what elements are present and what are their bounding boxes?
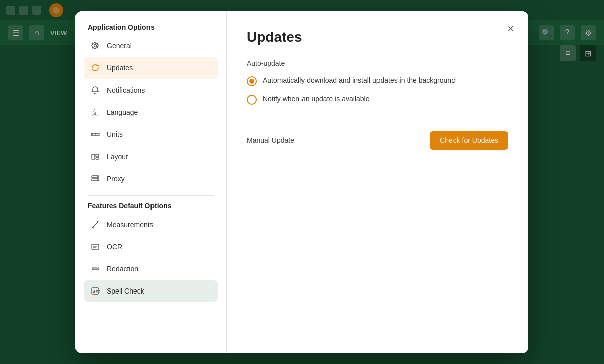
radio-notify-label: Notify when an update is available — [263, 94, 369, 104]
server-icon — [90, 173, 101, 184]
svg-point-13 — [97, 179, 98, 180]
svg-rect-9 — [96, 158, 99, 159]
settings-modal: Application Options General — [76, 11, 528, 353]
measurements-icon — [90, 219, 101, 230]
svg-rect-2 — [91, 133, 99, 136]
gear-icon — [90, 40, 101, 51]
ocr-label: OCR — [107, 243, 122, 251]
translate-icon: 文 — [90, 107, 101, 118]
svg-rect-7 — [92, 154, 95, 159]
updates-label: Updates — [107, 64, 133, 72]
radio-auto-label: Automatically download and install updat… — [263, 76, 456, 86]
page-title: Updates — [247, 29, 508, 45]
svg-text:文: 文 — [92, 109, 98, 116]
layout-label: Layout — [107, 153, 128, 161]
refresh-icon — [90, 62, 101, 74]
sidebar-item-spell-check[interactable]: ABC Spell Check — [84, 280, 218, 302]
sidebar-item-measurements[interactable]: Measurements — [84, 214, 218, 235]
sidebar-item-redaction[interactable]: Redaction — [84, 258, 218, 279]
modal-overlay: Application Options General — [0, 0, 604, 364]
measurements-label: Measurements — [107, 221, 154, 229]
app-options-title: Application Options — [84, 23, 218, 31]
manual-update-row: Manual Update Check for Updates — [247, 131, 508, 150]
ruler-icon — [90, 129, 101, 140]
svg-point-12 — [97, 176, 98, 177]
radio-dot — [249, 79, 254, 84]
radio-notify-circle — [247, 95, 257, 105]
svg-rect-8 — [96, 154, 99, 157]
radio-auto-download[interactable]: Automatically download and install updat… — [247, 76, 508, 86]
proxy-label: Proxy — [107, 175, 125, 183]
general-label: General — [107, 42, 132, 50]
radio-auto-circle — [247, 76, 257, 86]
ocr-icon — [90, 241, 101, 252]
sidebar-item-layout[interactable]: Layout — [84, 146, 218, 167]
modal-sidebar: Application Options General — [76, 11, 226, 353]
svg-line-14 — [92, 222, 98, 228]
svg-rect-18 — [92, 268, 97, 270]
sidebar-divider — [88, 195, 214, 196]
sidebar-item-updates[interactable]: Updates — [84, 57, 218, 79]
layout-icon — [90, 151, 101, 162]
language-label: Language — [107, 108, 138, 116]
redaction-icon — [90, 263, 101, 274]
sidebar-item-general[interactable]: General — [84, 35, 218, 56]
manual-update-label: Manual Update — [247, 136, 294, 144]
spell-check-label: Spell Check — [107, 287, 144, 295]
modal-close-button[interactable]: × — [503, 21, 518, 36]
sidebar-item-proxy[interactable]: Proxy — [84, 168, 218, 189]
spell-icon: ABC — [90, 285, 101, 297]
auto-update-label: Auto-update — [247, 59, 508, 67]
svg-rect-15 — [92, 244, 99, 249]
check-updates-button[interactable]: Check for Updates — [430, 131, 508, 150]
redaction-label: Redaction — [107, 265, 138, 273]
sidebar-item-ocr[interactable]: OCR — [84, 236, 218, 257]
radio-group: Automatically download and install updat… — [247, 76, 508, 105]
bell-icon — [90, 85, 101, 96]
units-label: Units — [107, 130, 123, 138]
radio-notify[interactable]: Notify when an update is available — [247, 94, 508, 105]
notifications-label: Notifications — [107, 86, 145, 94]
section-divider — [247, 119, 508, 119]
modal-content: × Updates Auto-update Automatically down… — [226, 11, 528, 353]
sidebar-item-language[interactable]: 文 Language — [84, 102, 218, 123]
sidebar-item-units[interactable]: Units — [84, 124, 218, 145]
modal-wrapper: Application Options General — [76, 11, 528, 353]
features-title: Features Default Options — [84, 202, 218, 210]
sidebar-item-notifications[interactable]: Notifications — [84, 80, 218, 101]
svg-text:ABC: ABC — [93, 289, 100, 294]
